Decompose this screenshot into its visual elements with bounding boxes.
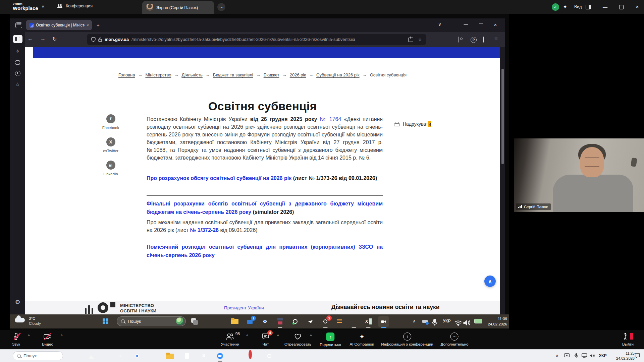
tray-chevron-up-icon[interactable]: ∧ <box>556 353 559 358</box>
president-link[interactable]: Президент України <box>224 305 264 310</box>
window-minimize-button[interactable]: — <box>597 0 613 14</box>
twitter-x-icon[interactable]: X <box>106 137 115 146</box>
breadcrumb-ministry[interactable]: Міністерство <box>145 72 171 77</box>
whatsapp-icon[interactable] <box>291 317 299 325</box>
host-search-box[interactable]: Пошук <box>13 351 63 360</box>
speaker-tray-icon[interactable] <box>590 353 595 358</box>
menu-hamburger-icon[interactable]: ≡ <box>494 36 498 43</box>
sidebar-ai-chat-icon[interactable]: ✧ <box>15 48 20 54</box>
sidebar-tabs-icon[interactable] <box>15 59 20 65</box>
back-icon[interactable]: ← <box>28 36 33 42</box>
edge-icon[interactable] <box>219 317 227 325</box>
view-button[interactable]: Вид <box>574 4 582 9</box>
excel-icon[interactable]: X <box>364 317 372 325</box>
more-button[interactable]: ⋯ Дополнительно <box>441 333 469 346</box>
video-options-caret-icon[interactable]: ^ <box>61 334 63 338</box>
cast-tray-icon[interactable] <box>564 353 570 358</box>
participants-button[interactable]: 98 Участники <box>221 333 239 346</box>
window-maximize-button[interactable] <box>613 0 629 14</box>
link-resolution-1764[interactable]: № 1764 <box>320 116 341 122</box>
mic-tray-icon[interactable] <box>431 318 439 326</box>
zoom-app-icon[interactable] <box>379 317 387 325</box>
mic-tray-icon[interactable] <box>574 353 578 359</box>
windows-start-icon[interactable] <box>103 318 108 324</box>
forward-icon[interactable]: → <box>40 36 46 42</box>
viber-icon[interactable]: 3 <box>321 317 329 325</box>
dark-app-icon[interactable]: ✧ <box>116 352 125 360</box>
language-indicator[interactable]: УКР <box>599 353 607 358</box>
facebook-icon[interactable]: f <box>106 114 115 123</box>
leave-button[interactable]: Выйти <box>622 333 634 346</box>
mail-app-icon[interactable] <box>182 352 191 360</box>
breadcrumb-subventions[interactable]: Субвенції на 2026 рік <box>316 72 360 77</box>
breadcrumb-budget[interactable]: Бюджет <box>264 72 279 77</box>
page-scrollbar[interactable] <box>501 69 504 164</box>
video-button[interactable]: Видео <box>42 333 53 346</box>
copilot-icon[interactable] <box>206 317 214 325</box>
shared-clock[interactable]: 11:39 24.02.2026 <box>481 316 507 327</box>
tab-meeting[interactable]: Конференция <box>57 4 93 8</box>
sublime-icon[interactable] <box>335 317 343 325</box>
webcam-video-tile[interactable]: Сергій Пазюк <box>514 138 644 212</box>
notifications-icon[interactable] <box>635 353 640 358</box>
url-bar[interactable]: mon.gov.ua/ministerstvo-2/diyalnist/byud… <box>87 34 426 45</box>
workspace-chevron-down-icon[interactable]: ∨ <box>42 4 44 9</box>
sidebar-bookmarks-icon[interactable]: ☆ <box>15 81 20 87</box>
sidebar-history-icon[interactable] <box>15 70 20 76</box>
browser-restore-button[interactable] <box>479 23 483 27</box>
linkedin-icon[interactable]: in <box>106 161 115 170</box>
breadcrumb-2026[interactable]: 2026 рік <box>290 72 306 77</box>
floppy-app-icon[interactable] <box>276 317 284 325</box>
print-button[interactable]: Надрукувати <box>394 121 431 127</box>
edge-icon[interactable] <box>150 352 158 360</box>
viber-icon[interactable] <box>265 352 274 360</box>
skype-icon[interactable]: S <box>199 352 208 360</box>
file-explorer-icon[interactable] <box>166 352 174 360</box>
share-screen-button[interactable]: ↑ Поделиться <box>320 333 341 347</box>
window-close-button[interactable]: × <box>629 0 644 14</box>
link-calculation-2026[interactable]: Про розрахунок обсягу освітньої субвенці… <box>147 175 291 181</box>
browser-tab-active[interactable]: Освітня субвенція | Міністерст × <box>26 20 92 30</box>
search-daily-image[interactable] <box>176 317 184 325</box>
scroll-to-top-button[interactable]: ∧ <box>484 276 496 287</box>
chat-button[interactable]: 4 Чат <box>262 333 270 346</box>
bookmark-star-icon[interactable]: ☆ <box>418 37 422 42</box>
breadcrumb-budget-procurement[interactable]: Бюджет та закупівлі <box>213 72 253 77</box>
speaker-icon[interactable] <box>463 319 471 327</box>
sidebar-settings-gear-icon[interactable]: ⚙ <box>15 299 20 306</box>
chrome-icon[interactable] <box>133 352 142 360</box>
microsoft-store-icon[interactable]: 1 <box>246 317 254 325</box>
breadcrumb-home[interactable]: Головна <box>118 72 135 77</box>
reload-icon[interactable]: ↻ <box>52 36 57 42</box>
opera-icon[interactable] <box>249 352 257 360</box>
link-monthly-distribution[interactable]: Помісячний розподіл освітньої субвенції … <box>147 244 383 258</box>
share-twitter[interactable]: X exTwitter <box>96 137 126 153</box>
audio-button[interactable]: Звук <box>12 333 20 346</box>
onedrive-tray-icon[interactable] <box>422 318 429 325</box>
weather-widget[interactable]: 3°C Cloudy <box>29 316 41 326</box>
ai-companion-button[interactable]: ✦ AI Companion <box>350 333 374 346</box>
telegram-icon[interactable] <box>306 317 314 325</box>
zoom-app-icon[interactable] <box>216 352 224 360</box>
tray-chevron-up-icon[interactable]: ∧ <box>413 319 416 323</box>
audio-options-caret-icon[interactable]: ^ <box>28 334 30 338</box>
firefox-view-icon[interactable] <box>15 22 22 28</box>
ai-sparkle-icon[interactable]: ✦ <box>563 4 567 10</box>
new-tab-button[interactable]: + <box>97 22 100 28</box>
meeting-info-button[interactable]: i Информация о конференции <box>381 333 433 346</box>
save-to-pocket-icon[interactable] <box>408 38 413 42</box>
sidebar-toggle-active[interactable] <box>13 35 22 43</box>
tab-screen-share[interactable]: Экран (Сергій Пазюк) <box>142 1 214 14</box>
wifi-icon[interactable] <box>454 319 462 327</box>
firefox-icon[interactable] <box>350 317 358 325</box>
security-shield-icon[interactable]: ✓ <box>552 3 559 11</box>
screenshot-camera-icon[interactable] <box>459 37 459 42</box>
reader-extension-icon[interactable] <box>483 37 484 42</box>
chrome-icon[interactable] <box>261 317 269 325</box>
chat-caret-icon[interactable]: ^ <box>277 334 279 338</box>
tab-list-chevron-icon[interactable]: ∨ <box>435 22 445 27</box>
firefox-icon[interactable] <box>232 352 241 360</box>
task-view-icon[interactable] <box>191 317 199 325</box>
widgets-icon[interactable] <box>87 352 96 360</box>
weather-cloud-icon[interactable] <box>15 318 25 322</box>
